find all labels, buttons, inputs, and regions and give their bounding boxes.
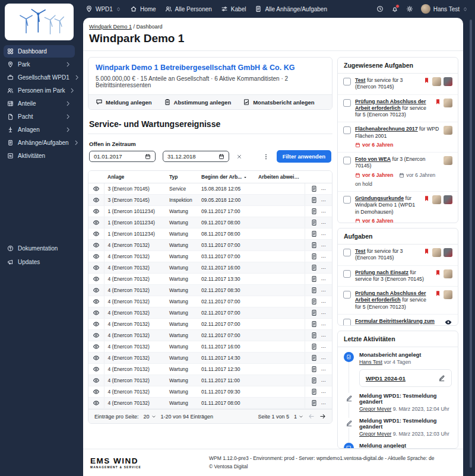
event-row[interactable]: 4 (Enercon 70132)Wartung02.11.2017 08:30 — [88, 285, 332, 296]
event-row[interactable]: 4 (Enercon 70132)Wartung01.11.2017 16:00 — [88, 341, 332, 353]
view-event-button[interactable] — [93, 208, 100, 215]
clear-filter-button[interactable] — [236, 154, 242, 160]
header-anlage[interactable]: Anlage — [104, 171, 166, 183]
attachments-button[interactable] — [311, 242, 318, 249]
view-event-button[interactable] — [93, 343, 100, 350]
task-title-link[interactable]: Foto von WEA — [355, 156, 391, 162]
sidebar-item-turbine[interactable]: Anlagen — [4, 123, 75, 136]
per-page-select[interactable]: 20 — [144, 414, 156, 420]
task-checkbox[interactable] — [343, 270, 351, 278]
sidebar-item-briefcase[interactable]: Gesellschaft WPD1 — [4, 71, 75, 84]
task-title-link[interactable]: Gründungsurkunde — [355, 195, 404, 201]
attachments-button[interactable] — [311, 219, 318, 226]
task-checkbox[interactable] — [343, 99, 351, 107]
user-menu[interactable]: Hans Test — [421, 4, 468, 14]
history-icon[interactable] — [376, 5, 384, 12]
view-event-button[interactable] — [93, 399, 100, 407]
sidebar-item-doc[interactable]: Pacht — [4, 110, 75, 123]
view-event-button[interactable] — [93, 230, 100, 237]
park-selector[interactable]: WPD1 — [86, 5, 121, 12]
event-row[interactable]: 4 (Enercon 70132)Wartung01.11.2017 09:30 — [88, 386, 332, 398]
event-row[interactable]: 4 (Enercon 70132)Wartung01.11.2017 12:30 — [88, 364, 332, 375]
date-from-input[interactable]: 01.01.2017 — [89, 151, 156, 162]
breadcrumb-park-link[interactable]: Windpark Demo 1 — [89, 24, 132, 30]
view-event-button[interactable] — [93, 253, 100, 260]
more-options-button[interactable] — [262, 153, 270, 160]
activity-user-link[interactable]: Hans Test — [359, 359, 382, 365]
attachments-button[interactable] — [311, 332, 318, 339]
attachments-button[interactable] — [311, 264, 318, 271]
date-to-input[interactable]: 31.12.2018 — [163, 151, 229, 162]
attachments-button[interactable] — [311, 366, 318, 373]
task-checkbox[interactable] — [343, 291, 351, 299]
task-checkbox[interactable] — [343, 319, 351, 326]
sidebar-item-clip[interactable]: Anhänge/Aufgaben — [4, 137, 75, 149]
sidebar-item-shares[interactable]: Anteile — [4, 97, 75, 110]
task-checkbox[interactable] — [343, 126, 351, 134]
event-row[interactable]: 1 (Enercon 1011234)Wartung09.11.2017 08:… — [88, 217, 332, 229]
event-row[interactable]: 4 (Enercon 70132)Wartung02.11.2017 16:00 — [88, 262, 332, 274]
view-event-button[interactable] — [93, 354, 100, 361]
topbar-item-sliders[interactable]: Kabel — [221, 5, 246, 12]
attachments-button[interactable] — [311, 399, 318, 407]
task-title-link[interactable]: Flächenabrechnung 2017 — [355, 126, 418, 132]
task-checkbox[interactable] — [343, 249, 351, 256]
apply-filter-button[interactable]: Filter anwenden — [277, 150, 331, 163]
view-event-button[interactable] — [93, 332, 100, 339]
topbar-item-clip[interactable]: Alle Anhänge/Aufgaben — [255, 5, 327, 12]
attachments-button[interactable] — [311, 377, 318, 384]
gear-icon[interactable] — [406, 5, 413, 12]
topbar-item-users[interactable]: Alle Personen — [165, 5, 212, 12]
attachments-button[interactable] — [311, 343, 318, 350]
event-row[interactable]: 4 (Enercon 70132)Wartung01.11.2017 14:30 — [88, 353, 332, 364]
event-row[interactable]: 4 (Enercon 70132)Wartung01.11.2017 11:00 — [88, 375, 332, 386]
sidebar-item-activity[interactable]: Aktivitäten — [4, 150, 75, 162]
next-page-button[interactable] — [319, 413, 326, 420]
task-checkbox[interactable] — [343, 157, 351, 164]
sidebar-item-users[interactable]: Personen im Park — [4, 84, 75, 97]
task-checkbox[interactable] — [343, 78, 351, 85]
sidebar-item-grid[interactable]: Dashboard — [4, 45, 75, 58]
attachments-button[interactable] — [311, 185, 318, 192]
event-row[interactable]: 4 (Enercon 70132)Wartung02.11.2017 07:00 — [88, 307, 332, 319]
activity-user-link[interactable]: Gregor Meyer — [359, 431, 391, 437]
attachments-button[interactable] — [311, 309, 318, 316]
view-event-button[interactable] — [93, 388, 100, 395]
event-row[interactable]: 4 (Enercon 70132)Wartung02.11.2017 07:00 — [88, 330, 332, 341]
event-row[interactable]: 4 (Enercon 70132)Wartung03.11.2017 07:00 — [88, 251, 332, 262]
event-row[interactable]: 3 (Enercon 70145)Service15.08.2018 12:05 — [88, 183, 332, 195]
task-checkbox[interactable] — [343, 196, 351, 204]
view-event-button[interactable] — [93, 320, 100, 328]
attachments-button[interactable] — [311, 388, 318, 395]
task-title-link[interactable]: Test — [355, 77, 365, 83]
attachments-button[interactable] — [311, 230, 318, 237]
view-event-button[interactable] — [93, 366, 100, 373]
view-event-button[interactable] — [93, 298, 100, 305]
view-event-button[interactable] — [93, 196, 100, 204]
sidebar-item-mega[interactable]: Updates — [4, 256, 75, 268]
attachments-button[interactable] — [311, 287, 318, 294]
edit-button[interactable] — [438, 375, 445, 382]
event-row[interactable]: 4 (Enercon 70132)Wartung03.11.2017 07:00 — [88, 240, 332, 251]
view-event-button[interactable] — [93, 242, 100, 249]
view-event-button[interactable] — [93, 185, 100, 192]
topbar-item-home[interactable]: Home — [130, 5, 156, 12]
company-logo[interactable] — [5, 4, 74, 40]
header-beginn[interactable]: Beginn der Arb... — [198, 171, 255, 183]
activity-user-link[interactable]: Gregor Meyer — [359, 406, 391, 412]
attachments-button[interactable] — [311, 253, 318, 260]
view-event-button[interactable] — [93, 377, 100, 384]
previous-page-button[interactable] — [308, 413, 315, 420]
notifications-button[interactable] — [391, 5, 398, 12]
header-typ[interactable]: Typ — [166, 171, 198, 183]
event-row[interactable]: 4 (Enercon 70132)Wartung02.11.2017 07:00 — [88, 296, 332, 307]
view-event-button[interactable] — [93, 287, 100, 294]
attachments-button[interactable] — [311, 354, 318, 361]
sidebar-item-pin[interactable]: Park — [4, 58, 75, 71]
task-title-link[interactable]: Test — [355, 248, 365, 254]
attachments-button[interactable] — [311, 208, 318, 215]
event-row[interactable]: 1 (Enercon 1011234)Wartung09.11.2017 17:… — [88, 206, 332, 217]
page-scrollbar[interactable] — [470, 20, 472, 468]
activity-item-link[interactable]: WPD1 2024-01 — [366, 375, 406, 382]
event-row[interactable]: 1 (Enercon 1011234)Wartung08.11.2017 08:… — [88, 229, 332, 240]
